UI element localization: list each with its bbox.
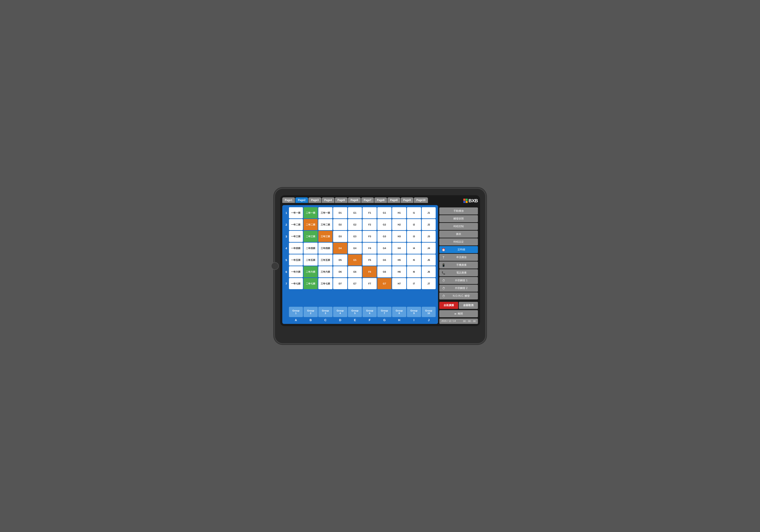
sidebar-btn-4[interactable]: 時程設定 [439,238,478,245]
cell-r1-c8[interactable]: I1 [407,207,421,218]
cell-r7-c4[interactable]: E7 [348,278,362,289]
cell-r6-c6[interactable]: G6 [377,266,392,277]
cell-r7-c7[interactable]: H7 [392,278,406,289]
tab-page9[interactable]: Page9 [401,197,413,203]
sidebar-btn-6[interactable]: T串流播放 [439,254,478,261]
cell-r5-c2[interactable]: 三年五班 [318,255,332,266]
sidebar-btn-2[interactable]: 時程控制 [439,223,478,230]
cell-r1-c4[interactable]: E1 [348,207,362,218]
group-cell-4[interactable]: Group 4 [333,307,347,317]
cell-r1-c7[interactable]: H1 [392,207,406,218]
group-cell-8[interactable]: Group 8 [392,307,406,317]
cell-r1-c0[interactable]: 一年一班 [289,207,303,218]
tab-page5[interactable]: Page5 [335,197,348,203]
cell-r7-c5[interactable]: F7 [362,278,377,289]
cell-r6-c8[interactable]: I6 [407,266,421,277]
cell-r1-c3[interactable]: D1 [333,207,347,218]
cell-r3-c1[interactable]: 二年三班 [304,231,318,242]
group-cell-3[interactable]: Group 3 [318,307,332,317]
home-button[interactable] [271,262,279,270]
cell-r7-c2[interactable]: 三年七班 [318,278,332,289]
cell-r5-c3[interactable]: D5 [333,255,347,266]
cell-r2-c9[interactable]: J2 [422,219,436,230]
cell-r4-c6[interactable]: G4 [377,243,392,254]
cell-r7-c8[interactable]: I7 [407,278,421,289]
cell-r4-c0[interactable]: 一年四班 [289,243,303,254]
sidebar-btn-8[interactable]: 📞電話廣播 [439,269,478,276]
tab-page4[interactable]: Page4 [322,197,334,203]
cell-r4-c9[interactable]: J4 [422,243,436,254]
cell-r5-c8[interactable]: I5 [407,255,421,266]
cell-r6-c5[interactable]: F6 [362,266,377,277]
cell-r2-c1[interactable]: 二年二班 [304,219,318,230]
sidebar-btn-10[interactable]: ⏱外部觸發 2 [439,285,478,292]
cell-r4-c8[interactable]: I4 [407,243,421,254]
group-cell-6[interactable]: Group 6 [362,307,377,317]
cell-r4-c4[interactable]: E4 [348,243,362,254]
cell-r4-c2[interactable]: 三年四班 [318,243,332,254]
cell-r5-c0[interactable]: 一年五班 [289,255,303,266]
cell-r2-c3[interactable]: D2 [333,219,347,230]
cell-r6-c0[interactable]: 一年六班 [289,266,303,277]
cell-r3-c4[interactable]: E3 [348,231,362,242]
cell-r6-c9[interactable]: J6 [422,266,436,277]
cell-r7-c3[interactable]: D7 [333,278,347,289]
cancel-button[interactable]: 全區取消 [459,302,478,309]
sidebar-btn-11[interactable]: ⏱N.O./N.C. 觸發 [439,292,478,300]
tab-page6[interactable]: Page6 [348,197,360,203]
cell-r2-c4[interactable]: E2 [348,219,362,230]
sidebar-btn-0[interactable]: 手動播放 [439,208,478,215]
cell-r3-c6[interactable]: G3 [377,231,392,242]
cell-r1-c9[interactable]: J1 [422,207,436,218]
cell-r6-c2[interactable]: 三年六班 [318,266,332,277]
cell-r1-c1[interactable]: 二年一班 [304,207,318,218]
cell-r4-c1[interactable]: 二年四班 [304,243,318,254]
group-cell-10[interactable]: Group 10 [422,307,436,317]
cell-r6-c3[interactable]: D6 [333,266,347,277]
tab-page1[interactable]: Page1 [282,197,295,203]
sidebar-btn-7[interactable]: 📱手機廣播 [439,262,478,268]
sidebar-btn-9[interactable]: ⏱外部觸發 1 [439,277,478,284]
sidebar-btn-3[interactable]: 圖表 [439,231,478,238]
sidebar-btn-1[interactable]: 觸發狀態 [439,215,478,222]
cell-r3-c9[interactable]: J3 [422,231,436,242]
cell-r5-c9[interactable]: J5 [422,255,436,266]
cell-r3-c7[interactable]: H3 [392,231,406,242]
cell-r7-c0[interactable]: 一年七班 [289,278,303,289]
group-cell-5[interactable]: Group 5 [348,307,362,317]
cell-r5-c7[interactable]: H5 [392,255,406,266]
group-cell-2[interactable]: Group 2 [304,307,318,317]
cell-r5-c1[interactable]: 二年五班 [304,255,318,266]
cell-r2-c8[interactable]: I2 [407,219,421,230]
cell-r3-c2[interactable]: 三年三班 [318,231,332,242]
cell-r3-c3[interactable]: D3 [333,231,347,242]
cell-r2-c7[interactable]: H2 [392,219,406,230]
group-cell-9[interactable]: Group 9 [407,307,421,317]
cell-r7-c9[interactable]: J7 [422,278,436,289]
cell-r4-c5[interactable]: F4 [362,243,377,254]
tab-page2[interactable]: Page2 [295,197,308,203]
exit-button[interactable]: ⬅ 離開 [439,310,478,317]
cell-r3-c5[interactable]: F3 [362,231,377,242]
cell-r6-c4[interactable]: E6 [348,266,362,277]
tab-page3[interactable]: Page3 [309,197,321,203]
cell-r4-c7[interactable]: H4 [392,243,406,254]
tab-page8[interactable]: Page8 [387,197,400,203]
cell-r2-c2[interactable]: 三年二班 [318,219,332,230]
cell-r5-c6[interactable]: G5 [377,255,392,266]
group-cell-7[interactable]: Group 7 [377,307,392,317]
cell-r1-c6[interactable]: G1 [377,207,392,218]
group-cell-1[interactable]: Group 1 [289,307,303,317]
sidebar-btn-5[interactable]: ⏰定時鐘 [439,246,478,253]
cell-r7-c6[interactable]: G7 [377,278,392,289]
tab-page7[interactable]: Page7 [361,197,374,203]
cell-r6-c1[interactable]: 二年六班 [304,266,318,277]
broadcast-button[interactable]: 全區廣播 [439,302,458,309]
cell-r1-c2[interactable]: 三年一班 [318,207,332,218]
tab-page8[interactable]: Page8 [374,197,387,203]
cell-r4-c3[interactable]: D4 [333,243,347,254]
tab-page10[interactable]: Page10 [414,197,428,203]
cell-r2-c0[interactable]: 一年二班 [289,219,303,230]
cell-r2-c6[interactable]: G2 [377,219,392,230]
cell-r3-c0[interactable]: 一年三班 [289,231,303,242]
